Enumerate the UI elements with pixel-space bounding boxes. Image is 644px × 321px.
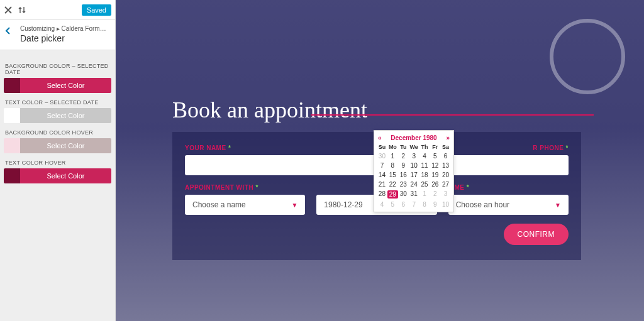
section-label: BACKGROUND COLOR – SELECTED DATE <box>5 63 110 75</box>
dp-day[interactable]: 8 <box>387 161 398 170</box>
label-time: TIME * <box>448 184 569 191</box>
color-swatch[interactable] <box>4 108 20 123</box>
dp-day[interactable]: 3 <box>440 189 451 200</box>
select-color-button[interactable]: Select Color <box>20 138 111 153</box>
label-appt: APPOINTMENT WITH * <box>185 184 305 191</box>
section-label: BACKGROUND COLOR HOVER <box>5 129 110 136</box>
dp-day[interactable]: 7 <box>409 200 419 209</box>
dp-day[interactable]: 10 <box>409 161 419 170</box>
select-color-button[interactable]: Select Color <box>20 168 111 183</box>
dp-title: December 1980 <box>391 134 436 141</box>
breadcrumb-path: Customizing ▸ Caldera Forms Style C... <box>20 25 109 32</box>
dp-day[interactable]: 28 <box>377 189 387 200</box>
dp-day[interactable]: 24 <box>409 180 419 189</box>
chevron-down-icon: ▼ <box>555 202 561 209</box>
select-color-button[interactable]: Select Color <box>20 78 111 93</box>
dp-day[interactable]: 25 <box>419 180 430 189</box>
time-value: Choose an hour <box>456 200 509 209</box>
appt-select[interactable]: Choose a name ▼ <box>185 195 305 215</box>
dp-day[interactable]: 9 <box>398 161 409 170</box>
dp-day[interactable]: 4 <box>377 200 387 209</box>
appt-value: Choose a name <box>192 200 246 209</box>
confirm-wrap: CONFIRM <box>185 224 569 245</box>
dp-day[interactable]: 1 <box>419 189 430 200</box>
dp-day[interactable]: 2 <box>398 151 409 161</box>
section-label: TEXT COLOR HOVER <box>5 160 110 166</box>
datepicker-popup: « December 1980 » SuMoTuWeThFrSa30123456… <box>374 130 454 212</box>
dp-dow: Fr <box>430 143 440 151</box>
dp-day[interactable]: 20 <box>440 170 451 180</box>
back-icon[interactable] <box>4 26 13 35</box>
preview-pane: Book an appointment « December 1980 » Su… <box>116 0 644 321</box>
select-color-button[interactable]: Select Color <box>20 108 111 123</box>
sections: BACKGROUND COLOR – SELECTED DATESelect C… <box>0 50 115 190</box>
color-swatch[interactable] <box>4 138 20 153</box>
dp-dow: Tu <box>398 143 409 151</box>
dp-day[interactable]: 7 <box>377 161 387 170</box>
dp-dow: We <box>409 143 419 151</box>
customizer-sidebar: Saved Customizing ▸ Caldera Forms Style … <box>0 0 116 321</box>
dp-day[interactable]: 5 <box>387 200 398 209</box>
form-panel: « December 1980 » SuMoTuWeThFrSa30123456… <box>172 132 581 260</box>
dp-day[interactable]: 18 <box>419 170 430 180</box>
dp-day[interactable]: 26 <box>430 180 440 189</box>
headline: Book an appointment <box>172 97 367 123</box>
dp-day[interactable]: 21 <box>377 180 387 189</box>
field-appt: APPOINTMENT WITH * Choose a name ▼ <box>185 184 305 215</box>
saved-badge: Saved <box>82 4 111 16</box>
color-swatch[interactable] <box>4 78 20 93</box>
field-name: YOUR NAME * <box>185 144 371 151</box>
color-row: Select Color <box>4 138 111 153</box>
dp-day[interactable]: 27 <box>440 180 451 189</box>
dp-dow: Sa <box>440 143 451 151</box>
dp-next-icon[interactable]: » <box>446 134 450 141</box>
dp-day[interactable]: 12 <box>430 161 440 170</box>
field-time: TIME * Choose an hour ▼ <box>448 184 569 215</box>
dp-day[interactable]: 3 <box>409 151 419 161</box>
dp-day[interactable]: 30 <box>377 151 387 161</box>
dp-day[interactable]: 29 <box>387 189 398 200</box>
dp-day[interactable]: 2 <box>430 189 440 200</box>
chevron-down-icon: ▼ <box>291 202 297 209</box>
color-row: Select Color <box>4 168 111 183</box>
color-row: Select Color <box>4 108 111 123</box>
dp-day[interactable]: 5 <box>430 151 440 161</box>
dp-day[interactable]: 4 <box>419 151 430 161</box>
label-name: YOUR NAME * <box>185 144 371 151</box>
dp-day[interactable]: 15 <box>387 170 398 180</box>
dp-day[interactable]: 11 <box>419 161 430 170</box>
color-row: Select Color <box>4 78 111 93</box>
dp-day[interactable]: 1 <box>387 151 398 161</box>
dp-day[interactable]: 6 <box>440 151 451 161</box>
close-icon[interactable] <box>4 6 13 14</box>
color-swatch[interactable] <box>4 168 20 183</box>
breadcrumb: Customizing ▸ Caldera Forms Style C... D… <box>0 20 115 50</box>
sort-icon[interactable] <box>18 6 26 14</box>
dp-header: « December 1980 » <box>377 134 451 143</box>
dp-grid: SuMoTuWeThFrSa30123456789101112131415161… <box>377 143 451 209</box>
dp-day[interactable]: 16 <box>398 170 409 180</box>
dp-dow: Th <box>419 143 430 151</box>
dp-day[interactable]: 17 <box>409 170 419 180</box>
dp-day[interactable]: 22 <box>387 180 398 189</box>
dp-day[interactable]: 8 <box>419 200 430 209</box>
dp-dow: Su <box>377 143 387 151</box>
dp-day[interactable]: 6 <box>398 200 409 209</box>
section-label: TEXT COLOR – SELECTED DATE <box>5 99 110 106</box>
dp-day[interactable]: 10 <box>440 200 451 209</box>
panel-title: Date picker <box>20 33 109 43</box>
headline-rule <box>311 114 594 116</box>
dp-day[interactable]: 30 <box>398 189 409 200</box>
dp-day[interactable]: 31 <box>409 189 419 200</box>
customizer-topbar: Saved <box>0 0 115 20</box>
time-select[interactable]: Choose an hour ▼ <box>448 195 569 215</box>
dp-day[interactable]: 9 <box>430 200 440 209</box>
date-value: 1980-12-29 <box>324 200 362 209</box>
dp-day[interactable]: 19 <box>430 170 440 180</box>
dp-prev-icon[interactable]: « <box>378 134 382 141</box>
dp-day[interactable]: 23 <box>398 180 409 189</box>
dp-day[interactable]: 14 <box>377 170 387 180</box>
confirm-button[interactable]: CONFIRM <box>504 224 569 245</box>
dp-dow: Mo <box>387 143 398 151</box>
dp-day[interactable]: 13 <box>440 161 451 170</box>
